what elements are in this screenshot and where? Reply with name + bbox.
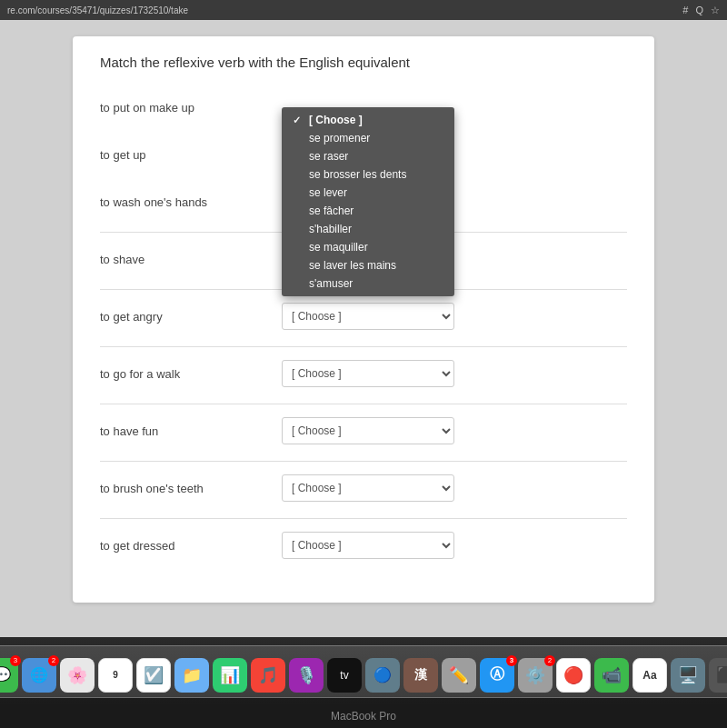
dropdown-option-se-laver[interactable]: se laver les mains xyxy=(282,256,454,274)
label-brush-teeth: to brush one's teeth xyxy=(100,482,282,495)
select-get-angry[interactable]: [ Choose ] se promenerse raser se brosse… xyxy=(282,303,454,330)
dock-icon-messages[interactable]: 💬3 xyxy=(0,658,18,693)
quiz-title: Match the reflexive verb with the Englis… xyxy=(100,55,627,70)
dropdown-option-samuser[interactable]: s'amuser xyxy=(282,274,454,293)
badge-browser: 2 xyxy=(48,655,59,666)
dock-icon-kanji[interactable]: 漢 xyxy=(403,658,438,693)
dropdown-option-choose[interactable]: ✓ [ Choose ] xyxy=(282,111,454,129)
label-get-dressed: to get dressed xyxy=(100,539,282,553)
dock-icon-settings[interactable]: ⚙️2 xyxy=(518,658,553,693)
dock-icon-n4[interactable]: ⬛ xyxy=(709,658,727,693)
badge-messages: 3 xyxy=(10,655,21,666)
label-wash-hands: to wash one's hands xyxy=(100,195,282,209)
divider-6 xyxy=(100,518,627,519)
row-go-walk: to go for a walk [ Choose ] se promeners… xyxy=(100,356,627,391)
dropdown-option-se-maquiller[interactable]: se maquiller xyxy=(282,238,454,256)
row-get-dressed: to get dressed [ Choose ] se promenerse … xyxy=(100,528,627,563)
dropdown-option-se-facher[interactable]: se fâcher xyxy=(282,202,454,220)
macbook-label: MacBook Pro xyxy=(331,705,396,724)
row-have-fun: to have fun [ Choose ] se promenerse ras… xyxy=(100,414,627,448)
badge-settings: 2 xyxy=(544,655,555,666)
dock-icon-music[interactable]: 🎵 xyxy=(251,658,285,693)
label-go-walk: to go for a walk xyxy=(100,367,282,381)
url-bar: re.com/courses/35471/quizzes/1732510/tak… xyxy=(7,5,188,15)
dock-icon-files[interactable]: 📁 xyxy=(174,658,209,693)
dock-icon-podcasts[interactable]: 🎙️ xyxy=(289,658,324,693)
label-put-on-make-up: to put on make up xyxy=(100,101,282,115)
dock-icon-facetime[interactable]: 📹 xyxy=(594,658,629,693)
dock-icon-chrome[interactable]: 🔴 xyxy=(556,658,591,693)
dock-icon-browser[interactable]: 🌐2 xyxy=(22,658,56,693)
badge-appstore: 3 xyxy=(506,655,517,666)
select-have-fun[interactable]: [ Choose ] se promenerse raser se brosse… xyxy=(282,417,454,444)
dock-icon-photos[interactable]: 🌸 xyxy=(60,658,95,693)
dropdown-option-se-lever[interactable]: se lever xyxy=(282,184,454,202)
divider-4 xyxy=(100,404,627,404)
dropdown-option-se-raser[interactable]: se raser xyxy=(282,147,454,165)
divider-3 xyxy=(100,346,627,347)
row-get-angry: to get angry [ Choose ] se promenerse ra… xyxy=(100,299,627,334)
quiz-container: Match the reflexive verb with the Englis… xyxy=(73,36,654,603)
dropdown-menu-open[interactable]: ✓ [ Choose ] se promener se raser se bro… xyxy=(282,107,454,296)
dock-icon-dictionary[interactable]: Aa xyxy=(632,658,667,693)
dock-icon-reminders[interactable]: ☑️ xyxy=(136,658,171,693)
dock-icon-numbers[interactable]: 📊 xyxy=(213,658,247,693)
row-put-on-make-up: to put on make up ✓ [ Choose ] se promen… xyxy=(100,90,627,125)
dropdown-option-se-brosser[interactable]: se brosser les dents xyxy=(282,165,454,184)
label-shave: to shave xyxy=(100,253,282,266)
dropdown-option-shabiller[interactable]: s'habiller xyxy=(282,220,454,238)
dock-icon-n1[interactable]: 🔵 xyxy=(365,658,400,693)
dock: 💬3 🌐2 🌸 9 ☑️ 📁 📊 🎵 🎙️ tv 🔵 漢 ✏️ Ⓐ3 ⚙️2 xyxy=(0,645,727,698)
screen: Match the reflexive verb with the Englis… xyxy=(0,20,727,637)
dock-icon-calendar[interactable]: 9 xyxy=(98,658,133,693)
dock-icon-appstore[interactable]: Ⓐ3 xyxy=(480,658,514,693)
bookmark-icon: ☆ xyxy=(711,5,720,16)
label-get-up: to get up xyxy=(100,148,282,162)
dock-icon-n2[interactable]: ✏️ xyxy=(442,658,476,693)
select-get-dressed[interactable]: [ Choose ] se promenerse raser se brosse… xyxy=(282,532,454,559)
search-icon: Q xyxy=(695,5,703,16)
bottom-area: 💬3 🌐2 🌸 9 ☑️ 📁 📊 🎵 🎙️ tv 🔵 漢 ✏️ Ⓐ3 ⚙️2 xyxy=(0,637,727,728)
row-brush-teeth: to brush one's teeth [ Choose ] se prome… xyxy=(100,471,627,505)
dock-icon-n3[interactable]: 🖥️ xyxy=(671,658,705,693)
dock-icon-appletv[interactable]: tv xyxy=(327,658,362,693)
browser-controls: # Q ☆ xyxy=(682,5,720,16)
divider-5 xyxy=(100,461,627,462)
check-icon: ✓ xyxy=(293,115,305,126)
hash-icon: # xyxy=(682,5,688,16)
dropdown-option-se-promener[interactable]: se promener xyxy=(282,129,454,147)
select-go-walk[interactable]: [ Choose ] se promenerse raser se brosse… xyxy=(282,360,454,387)
browser-bar: re.com/courses/35471/quizzes/1732510/tak… xyxy=(0,0,727,20)
label-get-angry: to get angry xyxy=(100,310,282,324)
dock-area: 💬3 🌐2 🌸 9 ☑️ 📁 📊 🎵 🎙️ tv 🔵 漢 ✏️ Ⓐ3 ⚙️2 xyxy=(0,637,727,705)
label-have-fun: to have fun xyxy=(100,424,282,438)
select-brush-teeth[interactable]: [ Choose ] se promenerse raser se brosse… xyxy=(282,474,454,502)
